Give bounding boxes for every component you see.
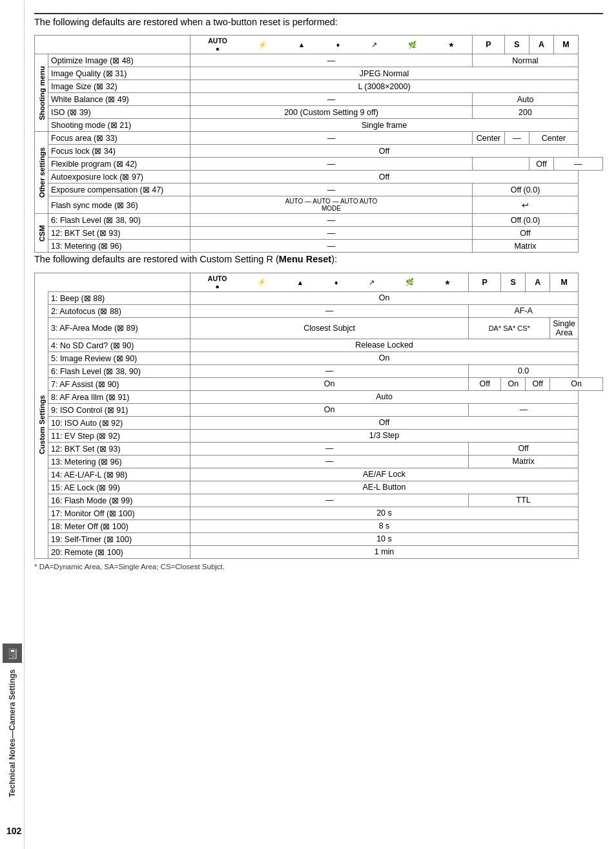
value-cs-7-right: On <box>550 377 603 390</box>
value-cs-7-on: On <box>190 377 469 390</box>
icon-auto: AUTO● <box>208 37 227 52</box>
table-row: Exposure compensation (⊠ 47) — Off (0.0) <box>35 183 603 196</box>
value-cs-4: Release Locked <box>190 339 579 351</box>
value-csm-meter-right: Matrix <box>473 240 579 253</box>
other-settings-label: Other settings <box>35 132 48 214</box>
icon-diamond: ♦ <box>336 41 340 48</box>
value-focus-lock: Off <box>190 145 579 158</box>
value-ae-lock: Off <box>190 171 579 183</box>
table-row: 12: BKT Set (⊠ 93) — Off <box>35 442 603 455</box>
item-csm-bkt-set: 12: BKT Set (⊠ 93) <box>48 227 190 240</box>
two-button-reset-table: AUTO● ⚡ ▲ ♦ ↗ 🌿 ★ P S A M <box>34 35 603 253</box>
table-row: Other settings Focus area (⊠ 33) — Cente… <box>35 132 603 145</box>
value-exp-comp-right: Off (0.0) <box>473 183 579 196</box>
table-row: 5: Image Review (⊠ 90) On <box>35 351 603 364</box>
icon-leaf-2: 🌿 <box>406 278 414 286</box>
value-cs-13-right: Matrix <box>469 455 579 468</box>
value-optimize-mid: — <box>190 54 473 67</box>
table-row: 17: Monitor Off (⊠ 100) 20 s <box>35 507 603 519</box>
item-csm-metering: 13: Metering (⊠ 96) <box>48 240 190 253</box>
table-row: Shooting menu Optimize Image (⊠ 48) — No… <box>35 54 603 67</box>
table-row: Shooting mode (⊠ 21) Single frame <box>35 119 603 132</box>
item-cs-10: 10: ISO Auto (⊠ 92) <box>48 416 190 429</box>
value-cs-3-right: Single Area <box>550 317 579 339</box>
value-fp-mid <box>473 158 529 171</box>
value-csm-bkt-left: — <box>190 227 473 240</box>
table-row: 3: AF-Area Mode (⊠ 89) Closest Subjct DA… <box>35 317 603 339</box>
item-cs-20: 20: Remote (⊠ 100) <box>48 545 190 558</box>
value-cs-6-right: 0.0 <box>469 364 579 377</box>
table-row: 19: Self-Timer (⊠ 100) 10 s <box>35 532 603 545</box>
table-row: Focus lock (⊠ 34) Off <box>35 145 603 158</box>
item-cs-13: 13: Metering (⊠ 96) <box>48 455 190 468</box>
value-cs-2-left: — <box>190 304 469 317</box>
value-cs-2-right: AF-A <box>469 304 579 317</box>
value-fp-left: — <box>190 158 473 171</box>
page-number: 102 <box>6 826 21 836</box>
value-cs-9-right: — <box>469 403 579 416</box>
icon-leaf: 🌿 <box>408 41 416 49</box>
menu-reset-table: AUTO● ⚡ ▲ ♦ ↗ 🌿 ★ P S A M <box>34 273 603 559</box>
value-cs-16-right: TTL <box>469 494 579 507</box>
main-content: The following defaults are restored when… <box>25 0 616 849</box>
value-csm-meter-left: — <box>190 240 473 253</box>
item-cs-17: 17: Monitor Off (⊠ 100) <box>48 507 190 519</box>
table-row: 6: Flash Level (⊠ 38, 90) — 0.0 <box>35 364 603 377</box>
icon-camera: ▲ <box>298 41 305 48</box>
item-exp-comp: Exposure compensation (⊠ 47) <box>48 183 190 196</box>
table-row: 10: ISO Auto (⊠ 92) Off <box>35 416 603 429</box>
table-row: Flexible program (⊠ 42) — Off — <box>35 158 603 171</box>
item-cs-9: 9: ISO Control (⊠ 91) <box>48 403 190 416</box>
item-cs-19: 19: Self-Timer (⊠ 100) <box>48 532 190 545</box>
value-focus-area-right: Center <box>529 132 579 145</box>
table-row: Image Size (⊠ 32) L (3008×2000) <box>35 80 603 93</box>
value-cs-7-off2: Off <box>526 377 550 390</box>
sidebar-label: Technical Notes—Camera Settings <box>8 669 17 797</box>
table-header-row-2: AUTO● ⚡ ▲ ♦ ↗ 🌿 ★ P S A M <box>35 273 603 291</box>
table-header-row: AUTO● ⚡ ▲ ♦ ↗ 🌿 ★ P S A M <box>35 36 603 54</box>
table-row: 4: No SD Card? (⊠ 90) Release Locked <box>35 339 603 351</box>
icon-star: ★ <box>448 41 455 48</box>
item-csm-flash-level: 6: Flash Level (⊠ 38, 90) <box>48 214 190 227</box>
value-cs-10: Off <box>190 416 579 429</box>
value-cs-11: 1/3 Step <box>190 429 579 442</box>
item-cs-7: 7: AF Assist (⊠ 90) <box>48 377 190 390</box>
value-cs-3-mid: DA* SA* CS* <box>469 317 550 339</box>
value-cs-12-left: — <box>190 442 469 455</box>
table-row: White Balance (⊠ 49) — Auto <box>35 93 603 106</box>
value-cs-5: On <box>190 351 579 364</box>
item-shooting-mode: Shooting mode (⊠ 21) <box>48 119 190 132</box>
item-cs-2: 2: Autofocus (⊠ 88) <box>48 304 190 317</box>
item-cs-12: 12: BKT Set (⊠ 93) <box>48 442 190 455</box>
table-row: 18: Meter Off (⊠ 100) 8 s <box>35 519 603 532</box>
value-image-size: L (3008×2000) <box>190 80 579 93</box>
menu-reset-label: Menu Reset <box>279 254 331 264</box>
value-csm-fl-left: — <box>190 214 473 227</box>
table-row: 11: EV Step (⊠ 92) 1/3 Step <box>35 429 603 442</box>
notebook-icon: 📓 <box>3 644 22 663</box>
table-row: 9: ISO Control (⊠ 91) On — <box>35 403 603 416</box>
section-intro-2: The following defaults are restored with… <box>34 253 603 266</box>
item-cs-4: 4: No SD Card? (⊠ 90) <box>48 339 190 351</box>
value-cs-7-on2: On <box>501 377 526 390</box>
icon-lightning-2: ⚡ <box>258 278 266 286</box>
shooting-menu-label: Shooting menu <box>35 54 48 132</box>
item-cs-5: 5: Image Review (⊠ 90) <box>48 351 190 364</box>
value-iso-mid: 200 (Custom Setting 9 off) <box>190 106 473 119</box>
left-sidebar: 📓 Technical Notes—Camera Settings <box>0 0 25 849</box>
table-row: 7: AF Assist (⊠ 90) On Off On Off On <box>35 377 603 390</box>
value-focus-area-left: — <box>190 132 473 145</box>
value-exp-comp-left: — <box>190 183 473 196</box>
icon-arrow: ↗ <box>371 41 377 48</box>
table-row: CSM 6: Flash Level (⊠ 38, 90) — Off (0.0… <box>35 214 603 227</box>
top-border-line <box>34 13 603 14</box>
item-focus-lock: Focus lock (⊠ 34) <box>48 145 190 158</box>
table-row: 12: BKT Set (⊠ 93) — Off <box>35 227 603 240</box>
value-cs-1: On <box>190 291 579 304</box>
section-intro-1: The following defaults are restored when… <box>34 16 603 28</box>
item-cs-11: 11: EV Step (⊠ 92) <box>48 429 190 442</box>
table-row: 13: Metering (⊠ 96) — Matrix <box>35 240 603 253</box>
value-cs-17: 20 s <box>190 507 579 519</box>
value-iso-right: 200 <box>473 106 579 119</box>
item-cs-18: 18: Meter Off (⊠ 100) <box>48 519 190 532</box>
